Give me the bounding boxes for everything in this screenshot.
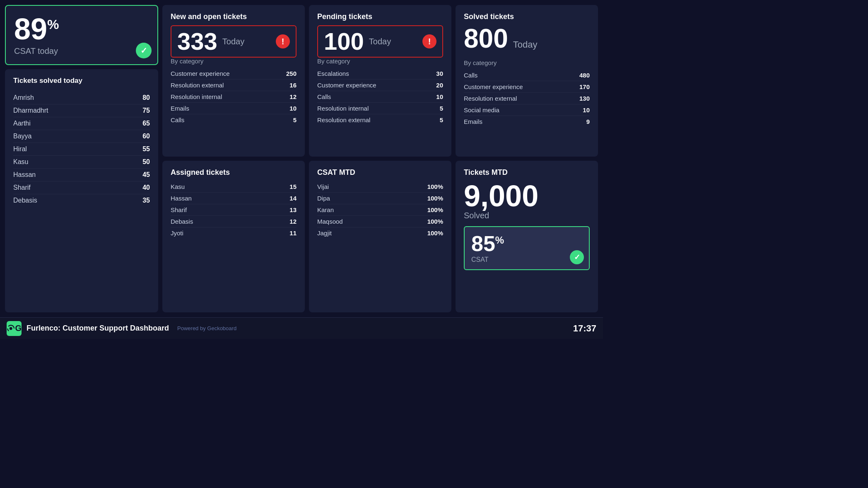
agent-csat: 100% [427, 195, 443, 202]
category-row: Emails 10 [171, 103, 297, 114]
category-name: Calls [171, 116, 184, 123]
agent-count: 12 [289, 218, 297, 225]
category-row: Resolution external 130 [464, 93, 590, 104]
agent-count: 60 [142, 133, 150, 140]
footer: G Furlenco: Customer Support Dashboard P… [0, 317, 603, 339]
category-count: 250 [286, 70, 297, 77]
category-count: 20 [436, 82, 443, 89]
category-name: Resolution external [171, 82, 224, 89]
category-row: Calls 5 [171, 114, 297, 126]
agent-name: Kasu [13, 158, 28, 166]
agent-name: Hassan [171, 195, 192, 202]
category-row: Calls 10 [317, 91, 443, 103]
category-count: 130 [579, 95, 590, 102]
category-row: Resolution internal 5 [317, 103, 443, 114]
csat-mtd-title: CSAT MTD [317, 168, 443, 177]
agent-row: Sharif 40 [13, 181, 150, 194]
pending-tickets-today-label: Today [369, 37, 391, 46]
agent-name: Dipa [317, 195, 330, 202]
solved-by-category-label: By category [464, 59, 590, 66]
agent-count: 50 [142, 158, 150, 166]
agent-csat: 100% [427, 230, 443, 237]
category-name: Escalations [317, 70, 349, 77]
agent-name: Karan [317, 206, 334, 213]
new-open-tickets-title: New and open tickets [171, 12, 297, 21]
category-name: Customer experience [464, 83, 523, 90]
agent-count: 45 [142, 171, 150, 179]
pending-by-category-label: By category [317, 58, 443, 65]
category-count: 10 [289, 105, 297, 112]
agent-row: Aarthi 65 [13, 117, 150, 130]
agent-name: Bayya [13, 133, 31, 140]
agent-csat: 100% [427, 206, 443, 213]
category-name: Emails [464, 118, 482, 125]
agent-count: 15 [289, 183, 297, 190]
agent-name: Sharif [13, 184, 31, 191]
agent-count: 55 [142, 145, 150, 153]
category-name: Resolution external [464, 95, 517, 102]
agent-name: Debasis [171, 218, 193, 225]
agent-name: Sharif [171, 206, 187, 213]
category-count: 30 [436, 70, 443, 77]
csat-today-label: CSAT today [14, 46, 149, 56]
csat-suffix: % [495, 234, 504, 246]
category-name: Customer experience [317, 82, 376, 89]
new-open-tickets-today-box: 333 Today [171, 25, 297, 58]
new-open-by-category-label: By category [171, 58, 297, 65]
category-count: 5 [440, 105, 443, 112]
agent-row: Bayya 60 [13, 130, 150, 143]
category-count: 10 [436, 93, 443, 100]
category-count: 16 [289, 82, 297, 89]
assigned-tickets-panel: Assigned tickets Kasu 15 Hassan 14 Shari… [162, 161, 305, 312]
category-count: 5 [293, 116, 297, 123]
csat-number-text: 89 [14, 12, 47, 46]
check-icon [570, 250, 584, 264]
category-name: Social media [464, 106, 499, 114]
assigned-agent-row: Jyoti 11 [171, 227, 297, 239]
pending-tickets-title: Pending tickets [317, 12, 443, 21]
csat-mtd-list: Vijai 100% Dipa 100% Karan 100% Maqsood … [317, 181, 443, 239]
category-row: Emails 9 [464, 116, 590, 127]
agent-count: 35 [142, 197, 150, 204]
category-count: 5 [440, 116, 443, 123]
agent-count: 14 [289, 195, 297, 202]
csat-agent-row: Karan 100% [317, 204, 443, 216]
pending-categories: Escalations 30 Customer experience 20 Ca… [317, 68, 443, 126]
category-count: 12 [289, 93, 297, 100]
tickets-solved-title: Tickets solved today [13, 77, 150, 85]
agent-count: 40 [142, 184, 150, 191]
alert-icon [422, 34, 436, 48]
agent-count: 11 [289, 230, 297, 237]
category-name: Calls [464, 72, 477, 79]
csat-agent-row: Dipa 100% [317, 193, 443, 204]
csat-number: 85 [471, 232, 495, 256]
agent-name: Vijai [317, 183, 329, 190]
category-name: Resolution external [317, 116, 370, 123]
new-open-categories: Customer experience 250 Resolution exter… [171, 68, 297, 126]
new-open-tickets-panel: New and open tickets 333 Today By catego… [162, 5, 305, 157]
check-icon [136, 43, 152, 58]
agent-row: Hassan 45 [13, 169, 150, 181]
category-row: Customer experience 170 [464, 81, 590, 93]
tickets-mtd-title: Tickets MTD [464, 168, 590, 177]
tickets-solved-card: Tickets solved today Amrish 80 Dharmadhr… [5, 69, 158, 312]
agent-row: Debasis 35 [13, 194, 150, 207]
agent-name: Jyoti [171, 230, 183, 237]
agent-row: Dharmadhrt 75 [13, 104, 150, 117]
footer-powered-by: Powered by Geckoboard [177, 325, 236, 331]
csat-agent-row: Jagjit 100% [317, 227, 443, 239]
agent-count: 80 [142, 94, 150, 101]
csat-agent-row: Vijai 100% [317, 181, 443, 193]
solved-tickets-today-label: Today [513, 39, 538, 50]
category-row: Calls 480 [464, 70, 590, 81]
footer-title: Furlenco: Customer Support Dashboard [27, 324, 169, 333]
category-name: Resolution internal [171, 93, 222, 100]
category-name: Calls [317, 93, 331, 100]
csat-mtd-panel: CSAT MTD Vijai 100% Dipa 100% Karan 100%… [309, 161, 451, 312]
new-open-tickets-today-label: Today [222, 37, 244, 46]
category-row: Customer experience 20 [317, 80, 443, 91]
agent-name: Debasis [13, 197, 37, 204]
new-open-tickets-value: 333 [177, 29, 217, 53]
pending-tickets-today-box: 100 Today [317, 25, 443, 58]
category-count: 480 [579, 72, 590, 79]
